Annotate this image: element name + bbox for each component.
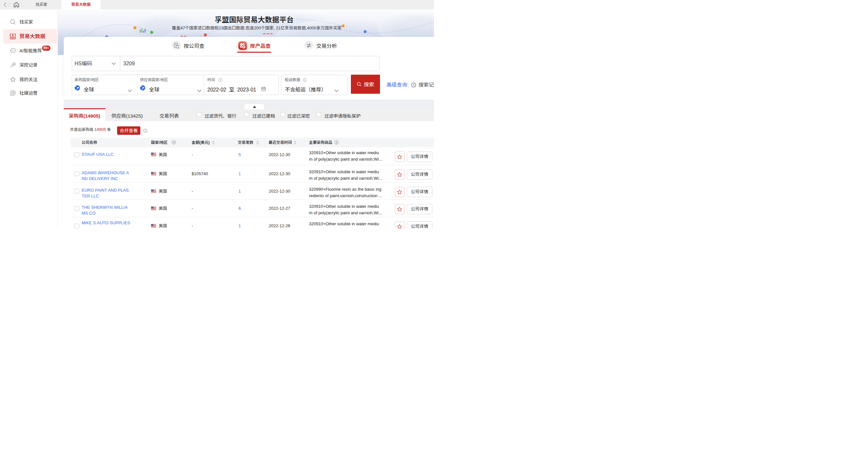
svg-text:AI: AI	[12, 49, 14, 52]
